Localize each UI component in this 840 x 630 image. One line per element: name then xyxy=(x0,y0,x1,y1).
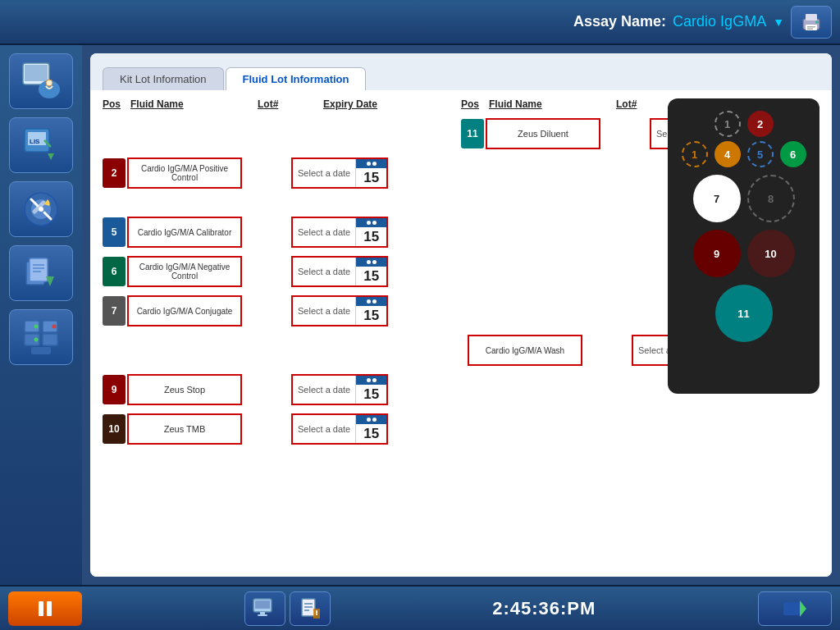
pos-badge-5: 5 xyxy=(103,217,126,247)
svg-rect-38 xyxy=(258,614,267,616)
tabs-bar: Kit Lot Information Fluid Lot Informatio… xyxy=(90,53,832,90)
pos-circle-4: 4 xyxy=(714,141,741,167)
date-field-10[interactable]: Select a date 15 xyxy=(291,413,388,445)
printer-icon xyxy=(799,11,824,34)
pos-badge-11: 11 xyxy=(461,119,484,148)
pos-circle-7: 7 xyxy=(693,175,741,222)
pos-badge-6: 6 xyxy=(103,257,126,286)
svg-rect-37 xyxy=(260,612,265,614)
pos-badge-7: 7 xyxy=(103,296,126,326)
pos-circle-8: 8 xyxy=(747,175,795,222)
tab-kit-lot[interactable]: Kit Lot Information xyxy=(103,67,224,90)
col-header-name-right: Fluid Name xyxy=(489,98,616,110)
fluid-name-zeus-diluent: Zeus Diluent xyxy=(486,118,600,149)
svg-rect-7 xyxy=(25,65,48,81)
calendar-icon-10[interactable]: 15 xyxy=(355,415,386,443)
print-button[interactable] xyxy=(791,6,832,39)
forward-button[interactable] xyxy=(758,591,832,626)
pause-button[interactable] xyxy=(8,591,82,626)
pause-icon xyxy=(37,600,53,617)
pos-badge-9: 9 xyxy=(103,375,126,404)
svg-rect-1 xyxy=(806,14,817,21)
forward-icon xyxy=(782,597,808,620)
table-row: 10 Zeus TMB Select a date 15 xyxy=(103,412,819,446)
pos-circle-10: 10 xyxy=(747,230,795,277)
sidebar-tools-button[interactable] xyxy=(9,181,73,237)
svg-rect-22 xyxy=(30,258,48,281)
position-indicator-panel: 1 2 1 4 5 6 7 8 9 10 11 xyxy=(668,98,819,394)
copy-icon xyxy=(20,252,62,294)
main-area: Kit Lot Information Fluid Lot Informatio… xyxy=(82,45,840,585)
svg-rect-36 xyxy=(255,600,270,609)
svg-rect-3 xyxy=(807,26,815,28)
bottom-bar: 2:45:36:PM xyxy=(0,585,840,630)
svg-text:LIS: LIS xyxy=(30,138,40,145)
date-field-7[interactable]: Select a date 15 xyxy=(291,295,388,326)
sidebar-lis-button[interactable]: LIS xyxy=(9,117,73,173)
pos-circle-1: 1 xyxy=(714,111,741,137)
sidebar-touch-button[interactable] xyxy=(9,53,73,109)
fluid-name-wash: Cardio IgG/M/A Wash xyxy=(468,335,582,366)
assay-name: Cardio IgGMA xyxy=(673,13,766,30)
server-icon xyxy=(20,316,62,358)
screen-icon xyxy=(252,597,278,620)
tools-icon xyxy=(20,188,62,231)
pos-circle-5: 5 xyxy=(747,141,774,167)
pos-circle-6: 6 xyxy=(780,141,806,167)
svg-point-9 xyxy=(46,80,52,86)
svg-point-33 xyxy=(34,338,39,342)
svg-rect-31 xyxy=(31,347,51,354)
lis-icon: LIS xyxy=(20,124,62,167)
svg-marker-47 xyxy=(800,600,806,617)
date-field-9[interactable]: Select a date 15 xyxy=(291,374,388,405)
svg-rect-30 xyxy=(43,334,57,345)
svg-point-20 xyxy=(39,207,43,212)
svg-rect-4 xyxy=(807,28,813,30)
assay-label: Assay Name: xyxy=(573,13,666,30)
fluid-name-neg-control: Cardio IgG/M/A Negative Control xyxy=(127,256,242,287)
calendar-icon-2[interactable]: 15 xyxy=(355,159,386,187)
calendar-icon-7[interactable]: 15 xyxy=(355,297,386,325)
bottom-icon-doc[interactable] xyxy=(290,591,331,626)
fluid-name-conjugate: Cardio IgG/M/A Conjugate xyxy=(127,295,242,326)
svg-rect-46 xyxy=(783,602,800,615)
svg-marker-13 xyxy=(48,153,54,160)
date-field-5[interactable]: Select a date 15 xyxy=(291,217,388,248)
date-field-6[interactable]: Select a date 15 xyxy=(291,256,388,287)
calendar-icon-6[interactable]: 15 xyxy=(355,258,386,285)
sidebar: LIS xyxy=(0,45,82,585)
col-header-name-left: Fluid Name xyxy=(130,98,258,110)
date-field-2[interactable]: Select a date 15 xyxy=(291,158,388,189)
pos-circle-11: 11 xyxy=(715,285,773,342)
calendar-icon-5[interactable]: 15 xyxy=(355,218,386,246)
fluid-name-zeus-tmb: Zeus TMB xyxy=(127,413,242,445)
bottom-icon-screen[interactable] xyxy=(244,591,285,626)
pos-circle-1b: 1 xyxy=(682,141,708,167)
content-panel: Kit Lot Information Fluid Lot Informatio… xyxy=(90,53,832,577)
time-display: 2:45:36:PM xyxy=(492,598,596,619)
pos-badge-10: 10 xyxy=(103,414,126,444)
pos-badge-2: 2 xyxy=(103,158,126,188)
sidebar-server-button[interactable] xyxy=(9,309,73,365)
assay-dropdown[interactable]: ▼ xyxy=(773,16,784,29)
fluid-name-calibrator: Cardio IgG/M/A Calibrator xyxy=(127,217,242,248)
col-header-lot-left: Lot# xyxy=(258,98,323,110)
calendar-icon-9[interactable]: 15 xyxy=(355,376,386,404)
pos-circle-2: 2 xyxy=(747,111,774,137)
pos-circle-9: 9 xyxy=(693,230,741,277)
fluid-name-zeus-stop: Zeus Stop xyxy=(127,374,242,405)
bottom-nav-icons xyxy=(244,591,331,626)
col-header-expiry-left: Expiry Date xyxy=(323,98,418,110)
tab-fluid-lot[interactable]: Fluid Lot Information xyxy=(226,67,367,90)
fluid-name-pos-control: Cardio IgG/M/A Positive Control xyxy=(127,158,242,189)
sidebar-copy-button[interactable] xyxy=(9,245,73,301)
col-header-pos-right: Pos xyxy=(461,98,486,110)
svg-point-32 xyxy=(34,325,39,329)
svg-point-34 xyxy=(52,325,57,329)
touch-icon xyxy=(20,60,62,103)
document-icon xyxy=(299,597,322,620)
svg-point-5 xyxy=(815,21,819,24)
col-header-pos-left: Pos xyxy=(103,98,127,110)
